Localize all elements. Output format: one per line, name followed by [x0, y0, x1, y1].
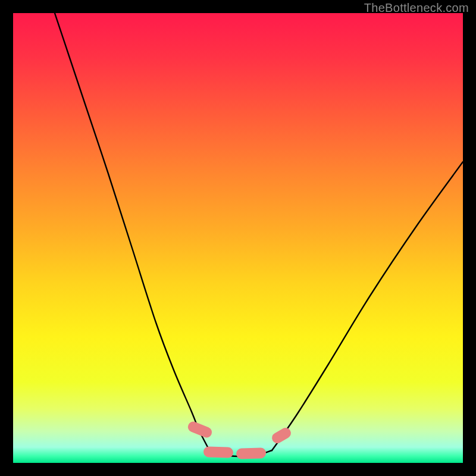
bottleneck-curve: [13, 13, 463, 463]
curve-right-branch: [272, 162, 463, 450]
watermark-text: TheBottleneck.com: [364, 1, 469, 15]
curve-left-branch: [55, 13, 209, 450]
chart-frame: TheBottleneck.com: [0, 0, 476, 476]
plot-area: [13, 13, 463, 463]
marker-valley-left: [203, 446, 234, 458]
marker-valley-right: [236, 447, 267, 459]
